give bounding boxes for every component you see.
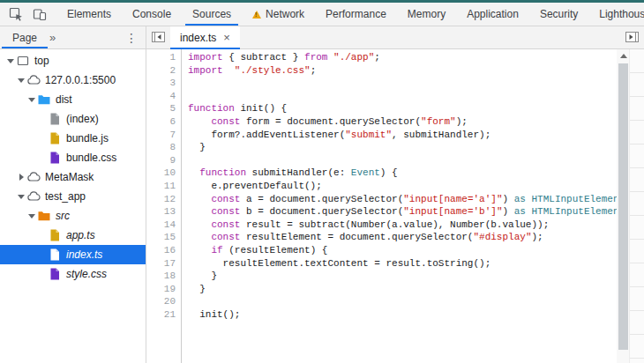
tree-item-bundle.css[interactable]: bundle.css [0, 148, 146, 167]
tree-item-test-app[interactable]: test_app [0, 187, 146, 206]
code-line: if (resultElement) { [188, 244, 644, 257]
line-number[interactable]: 10 [146, 167, 181, 180]
tab-network[interactable]: Network [242, 3, 315, 26]
line-number[interactable]: 12 [146, 193, 181, 206]
tree-item-style.css[interactable]: style.css [0, 264, 146, 284]
tab-label: Application [467, 8, 519, 20]
vertical-scrollbar[interactable] [617, 49, 630, 363]
tab-memory[interactable]: Memory [397, 3, 456, 26]
tab-elements[interactable]: Elements [56, 3, 122, 26]
show-debugger-icon[interactable] [620, 26, 644, 48]
expander-arrow[interactable] [5, 59, 16, 63]
inspect-element-icon[interactable] [4, 4, 27, 25]
tree-item-label: top [34, 55, 49, 67]
line-number[interactable]: 19 [146, 283, 181, 296]
code-line: const b = document.querySelector("input[… [188, 205, 644, 219]
line-number[interactable]: 9 [146, 154, 181, 167]
code-line [188, 295, 644, 308]
scrollbar-thumb[interactable] [618, 63, 628, 350]
tree-item-app.ts[interactable]: app.ts [0, 226, 146, 245]
tree-item-metamask[interactable]: MetaMask [0, 167, 146, 187]
tab-security[interactable]: Security [529, 3, 588, 26]
scroll-up-arrow-icon[interactable] [617, 49, 630, 63]
line-number[interactable]: 14 [146, 219, 181, 232]
line-number[interactable]: 4 [146, 90, 181, 103]
devtools-window: ElementsConsoleSourcesNetworkPerformance… [0, 0, 644, 363]
code-line: import { subtract } from "./app"; [188, 51, 644, 64]
tree-item-index.ts[interactable]: index.ts [0, 245, 146, 264]
code-line: } [188, 283, 644, 296]
tab-page[interactable]: Page [0, 26, 49, 48]
line-number[interactable]: 11 [146, 180, 181, 193]
line-number[interactable]: 20 [146, 295, 181, 308]
tab-lighthouse[interactable]: Lighthouse [588, 3, 644, 26]
tab-label: Security [540, 8, 578, 20]
subbar: Page » ⋮ index.ts × [0, 26, 644, 49]
file-purple-icon [48, 151, 62, 165]
tree-item-label: (index) [66, 113, 99, 125]
tree-item-label: style.css [66, 268, 107, 280]
tab-application[interactable]: Application [456, 3, 529, 26]
tab-performance[interactable]: Performance [315, 3, 397, 26]
file-white-icon [48, 248, 62, 262]
line-number[interactable]: 13 [146, 205, 181, 219]
folder-orange-icon [37, 209, 51, 223]
expander-arrow[interactable] [16, 78, 26, 83]
line-number[interactable]: 1 [146, 51, 181, 64]
line-number[interactable]: 15 [146, 231, 181, 244]
editor-tab-label: index.ts [180, 32, 216, 44]
editor-tab-index-ts[interactable]: index.ts × [170, 26, 240, 48]
code-line [188, 77, 644, 90]
more-tabs-icon[interactable]: » [49, 31, 56, 44]
tab-label: Lighthouse [599, 8, 644, 20]
editor-pane: 123456789101112131415161718192021 import… [146, 49, 644, 363]
close-tab-icon[interactable]: × [223, 32, 230, 43]
tab-console[interactable]: Console [122, 3, 182, 26]
code-line: init(); [188, 308, 644, 322]
line-number[interactable]: 3 [146, 77, 181, 90]
tab-sources[interactable]: Sources [182, 3, 242, 26]
line-number[interactable]: 21 [146, 308, 181, 322]
tree-item-dist[interactable]: dist [0, 90, 146, 109]
device-toolbar-icon[interactable] [27, 4, 51, 25]
tab-label: Performance [326, 8, 386, 20]
line-number[interactable]: 6 [146, 115, 181, 129]
code-line: const a = document.querySelector("input[… [188, 193, 644, 206]
cloud-icon [26, 189, 41, 204]
code-line: function init() { [188, 102, 644, 115]
line-number[interactable]: 5 [146, 102, 181, 115]
tabstrip-spacer [240, 26, 620, 48]
expander-arrow[interactable] [26, 214, 37, 219]
file-purple-icon [48, 267, 62, 281]
line-number[interactable]: 17 [146, 257, 181, 270]
line-number[interactable]: 2 [146, 64, 181, 78]
code-line: } [188, 141, 644, 154]
tree-item-label: test_app [45, 190, 86, 203]
expander-arrow[interactable] [16, 174, 26, 181]
overflow-menu-icon[interactable]: ⋮ [117, 31, 146, 45]
file-gray-icon [48, 112, 62, 126]
right-tick-strip [629, 49, 644, 363]
tree-item-top[interactable]: top [0, 51, 146, 70]
expander-arrow[interactable] [26, 98, 37, 102]
panel-tabs: ElementsConsoleSourcesNetworkPerformance… [56, 3, 644, 26]
tab-label: Memory [408, 8, 446, 20]
tree-item-127.0.0.1-5500[interactable]: 127.0.0.1:5500 [0, 70, 146, 90]
code-line [188, 154, 644, 167]
line-number[interactable]: 8 [146, 141, 181, 154]
code-lines[interactable]: import { subtract } from "./app";import … [182, 49, 644, 363]
line-number[interactable]: 7 [146, 129, 181, 142]
expander-arrow[interactable] [16, 195, 26, 199]
tree-item-bundle.js[interactable]: bundle.js [0, 129, 146, 148]
line-number[interactable]: 18 [146, 270, 181, 283]
hide-navigator-icon[interactable] [146, 26, 170, 48]
code-line: const form = document.querySelector("for… [188, 115, 644, 129]
tree-item--index-[interactable]: (index) [0, 109, 146, 129]
code-line: form?.addEventListener("submit", submitH… [188, 129, 644, 142]
line-number[interactable]: 16 [146, 244, 181, 257]
code-line: const result = subtract(Number(a.value),… [188, 219, 644, 232]
file-yellow-icon [48, 228, 62, 242]
tree-item-src[interactable]: src [0, 206, 146, 226]
file-yellow-icon [48, 131, 62, 145]
tree-item-label: src [56, 210, 70, 222]
